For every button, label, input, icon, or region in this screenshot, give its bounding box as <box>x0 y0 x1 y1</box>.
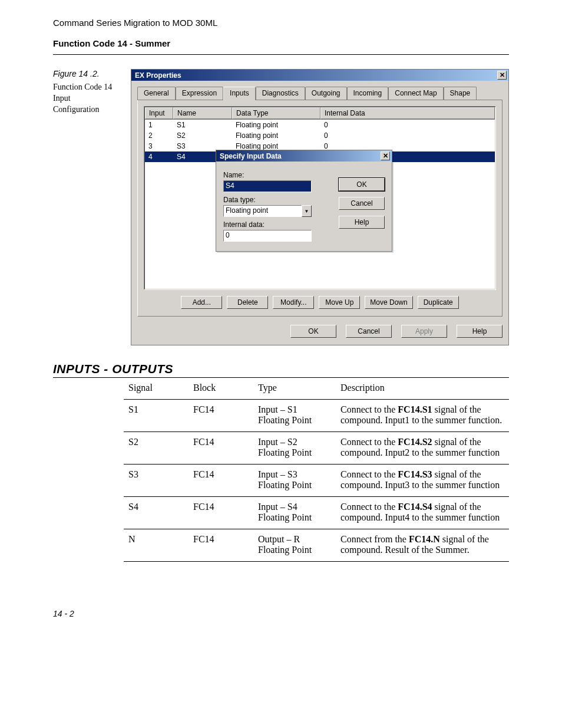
tab-general[interactable]: General <box>137 87 176 100</box>
list-item[interactable]: 1S1Floating point0 <box>145 120 495 130</box>
figure-caption: Figure 14 .2. Function Code 14 Input Con… <box>53 69 118 116</box>
figure-desc: Function Code 14 Input Configuration <box>53 82 118 116</box>
delete-button[interactable]: Delete <box>227 296 268 309</box>
tabstrip: General Expression Inputs Diagnostics Ou… <box>137 87 503 100</box>
cell: FC14 <box>189 400 253 432</box>
figure-desc-line2: Input Configuration <box>53 94 100 114</box>
inputs-list-header: Input Name Data Type Internal Data <box>145 107 495 120</box>
cell: Input – S4Floating Point <box>253 497 336 529</box>
tab-expression[interactable]: Expression <box>176 87 223 100</box>
inner-dialog-titlebar: Specify Input Data ✕ <box>216 150 392 162</box>
tab-panel: Input Name Data Type Internal Data 1S1Fl… <box>137 100 503 317</box>
tab-outgoing[interactable]: Outgoing <box>305 87 347 100</box>
cell: FC14 <box>189 432 253 465</box>
page-header-subtitle: Function Code 14 - Summer <box>53 38 509 48</box>
cell: Connect to the FC14.S3 signal of the com… <box>336 465 509 497</box>
col-header-internaldata[interactable]: Internal Data <box>320 107 495 119</box>
cell: Connect to the FC14.S4 signal of the com… <box>336 497 509 529</box>
cell: S4 <box>124 497 189 529</box>
cell: S1 <box>124 400 189 432</box>
move-down-button[interactable]: Move Down <box>365 296 412 309</box>
table-row: S2FC14Input – S2Floating PointConnect to… <box>124 432 509 465</box>
datatype-value[interactable]: Floating point <box>223 205 302 217</box>
ex-properties-dialog: EX Properties ✕ General Expression Input… <box>131 69 509 345</box>
cancel-button[interactable]: Cancel <box>346 325 392 338</box>
tab-incoming[interactable]: Incoming <box>347 87 389 100</box>
specify-input-data-dialog: Specify Input Data ✕ Name: S4 Data type:… <box>216 150 392 252</box>
cell: S2 <box>124 432 189 465</box>
cell: FC14 <box>189 529 253 562</box>
col-header-name[interactable]: Name <box>173 107 232 119</box>
duplicate-button[interactable]: Duplicate <box>418 296 459 309</box>
tab-inputs[interactable]: Inputs <box>223 87 256 100</box>
help-button[interactable]: Help <box>457 325 503 338</box>
section-heading: INPUTS - OUTPUTS <box>53 362 509 376</box>
table-row: S3FC14Input – S3Floating PointConnect to… <box>124 465 509 497</box>
close-icon[interactable]: ✕ <box>381 151 390 160</box>
cell: Connect to the FC14.S2 signal of the com… <box>336 432 509 465</box>
col-header-datatype[interactable]: Data Type <box>232 107 320 119</box>
add-button[interactable]: Add... <box>181 296 222 309</box>
ok-button[interactable]: OK <box>290 325 336 338</box>
dialog-title: EX Properties <box>135 71 181 80</box>
label-name: Name: <box>223 171 332 179</box>
cell: Connect from the FC14.N signal of the co… <box>336 529 509 562</box>
cell: Input – S3Floating Point <box>253 465 336 497</box>
io-header-block: Block <box>189 378 253 400</box>
col-header-input[interactable]: Input <box>145 107 173 119</box>
page-header-title: Command Series Migration to MOD 30ML <box>53 18 509 28</box>
table-row: S4FC14Input – S4Floating PointConnect to… <box>124 497 509 529</box>
cell: Floating point <box>232 120 320 130</box>
name-input[interactable]: S4 <box>223 180 312 192</box>
cell: 0 <box>320 120 495 130</box>
cell: N <box>124 529 189 562</box>
chevron-down-icon[interactable]: ▼ <box>302 205 312 217</box>
io-table: Signal Block Type Description S1FC14Inpu… <box>124 378 509 562</box>
page-number: 14 - 2 <box>53 609 509 618</box>
move-up-button[interactable]: Move Up <box>319 296 360 309</box>
cell: Floating point <box>232 130 320 141</box>
panel-button-row: Add... Delete Modify... Move Up Move Dow… <box>144 296 496 309</box>
inputs-list[interactable]: Input Name Data Type Internal Data 1S1Fl… <box>144 107 495 289</box>
list-item[interactable]: 2S2Floating point0 <box>145 130 495 141</box>
cell: Connect to the FC14.S1 signal of the com… <box>336 400 509 432</box>
help-button[interactable]: Help <box>339 216 385 229</box>
cell: S2 <box>173 130 232 141</box>
figure-number: Figure 14 .2. <box>53 69 118 78</box>
close-icon[interactable]: ✕ <box>497 71 507 80</box>
figure-desc-line1: Function Code 14 <box>53 83 112 91</box>
cell: 4 <box>145 151 173 162</box>
table-row: S1FC14Input – S1Floating PointConnect to… <box>124 400 509 432</box>
cell: Input – S1Floating Point <box>253 400 336 432</box>
header-rule <box>53 54 509 55</box>
apply-button[interactable]: Apply <box>401 325 447 338</box>
tab-shape[interactable]: Shape <box>444 87 477 100</box>
tab-diagnostics[interactable]: Diagnostics <box>256 87 305 100</box>
cell: Input – S2Floating Point <box>253 432 336 465</box>
ok-button[interactable]: OK <box>339 178 385 191</box>
table-row: NFC14Output – RFloating PointConnect fro… <box>124 529 509 562</box>
tab-connect-map[interactable]: Connect Map <box>388 87 443 100</box>
io-header-signal: Signal <box>124 378 189 400</box>
cell: S1 <box>173 120 232 130</box>
cell: 1 <box>145 120 173 130</box>
datatype-combo[interactable]: Floating point ▼ <box>223 205 312 217</box>
figure-row: Figure 14 .2. Function Code 14 Input Con… <box>53 69 509 345</box>
label-internaldata: Internal data: <box>223 220 332 229</box>
cell: 2 <box>145 130 173 141</box>
cell: 0 <box>320 130 495 141</box>
dialog-bottom-buttons: OK Cancel Apply Help <box>137 325 503 338</box>
cell: FC14 <box>189 497 253 529</box>
inner-dialog-title: Specify Input Data <box>220 152 282 160</box>
label-datatype: Data type: <box>223 196 332 204</box>
dialog-titlebar: EX Properties ✕ <box>131 70 508 81</box>
modify-button[interactable]: Modify... <box>273 296 314 309</box>
internaldata-input[interactable]: 0 <box>223 230 312 242</box>
io-header-type: Type <box>253 378 336 400</box>
cell: FC14 <box>189 465 253 497</box>
cell: Output – RFloating Point <box>253 529 336 562</box>
cell: 3 <box>145 141 173 151</box>
cell: S3 <box>124 465 189 497</box>
io-header-description: Description <box>336 378 509 400</box>
cancel-button[interactable]: Cancel <box>339 197 385 210</box>
